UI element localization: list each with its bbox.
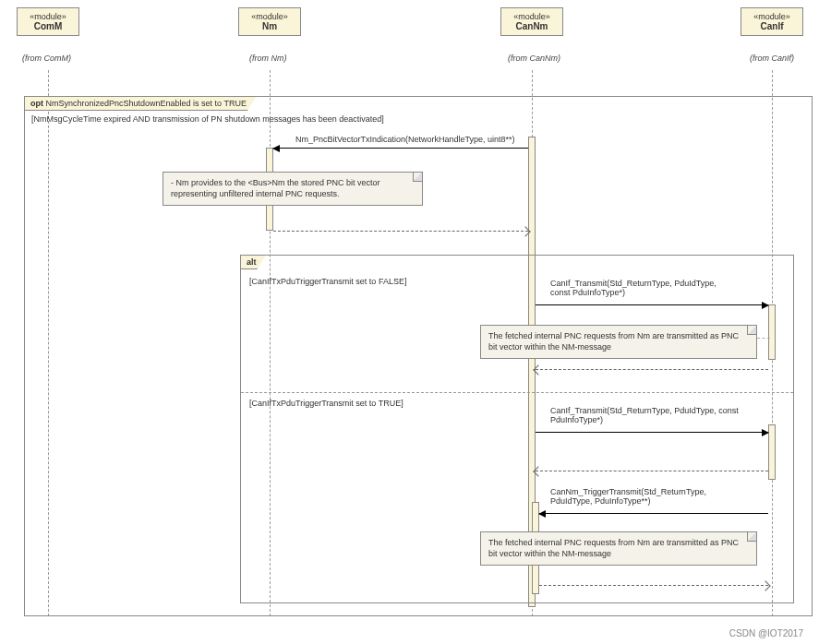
note-fetched-2: The fetched internal PNC requests from N…	[480, 531, 757, 566]
alt-frame-label: alt	[240, 255, 267, 269]
msg-pncbit: Nm_PncBitVectorTxIndication(NetworkHandl…	[295, 135, 515, 144]
note-nm-provides: - Nm provides to the <Bus>Nm the stored …	[163, 172, 423, 206]
arrow-trigger-transmit	[539, 513, 768, 514]
alt-operator: alt	[247, 257, 257, 267]
lifeline-nm: «module» Nm	[238, 7, 301, 36]
note-fetched-1: The fetched internal PNC requests from N…	[480, 325, 757, 359]
arrowhead-icon	[538, 510, 546, 518]
note-fold-icon	[413, 173, 422, 182]
from-label: (from ComM)	[22, 54, 71, 63]
arrow-pncbit	[273, 148, 528, 149]
note-text: The fetched internal PNC requests from N…	[488, 538, 739, 558]
watermark: CSDN @IOT2017	[729, 628, 803, 638]
note-text: - Nm provides to the <Bus>Nm the stored …	[171, 178, 380, 198]
lifeline-name: ComM	[27, 21, 69, 31]
opt-frame-label: opt NmSynchronizedPncShutdownEnabled is …	[24, 96, 257, 111]
stereotype: «module»	[511, 12, 553, 21]
lifeline-cannm: «module» CanNm	[500, 7, 563, 36]
stereotype: «module»	[27, 12, 69, 21]
from-label: (from CanIf)	[750, 54, 794, 63]
alt-guard-true: [CanIfTxPduTriggerTransmit set to TRUE]	[247, 398, 406, 409]
msg-canif-transmit-2: CanIf_Transmit(Std_ReturnType, PduIdType…	[550, 406, 772, 424]
opt-operator: opt	[30, 99, 43, 108]
stereotype: «module»	[248, 12, 291, 21]
arrow-return-2	[536, 369, 768, 370]
arrow-canif-transmit-2	[536, 432, 768, 433]
lifeline-name: CanIf	[751, 21, 793, 31]
from-label: (from CanNm)	[508, 54, 560, 63]
arrow-canif-transmit-1	[536, 304, 768, 305]
lifeline-name: Nm	[248, 21, 291, 31]
arrow-return-4	[539, 585, 768, 586]
from-label: (from Nm)	[249, 54, 287, 63]
note-fold-icon	[747, 326, 756, 335]
note-anchor	[757, 338, 770, 339]
lifeline-canif: «module» CanIf	[741, 7, 803, 36]
stereotype: «module»	[751, 12, 793, 21]
opt-guard: NmSynchronizedPncShutdownEnabled is set …	[46, 99, 247, 108]
note-text: The fetched internal PNC requests from N…	[488, 331, 739, 352]
lifeline-comm: «module» ComM	[17, 7, 79, 36]
lifeline-name: CanNm	[511, 21, 553, 31]
alt-guard-false: [CanIfTxPduTriggerTransmit set to FALSE]	[247, 276, 409, 287]
arrowhead-icon	[272, 145, 280, 152]
msg-trigger-transmit: CanNm_TriggerTransmit(Std_ReturnType, Pd…	[550, 487, 763, 506]
opt-condition: [NmMsgCycleTime expired AND transmission…	[29, 113, 387, 125]
arrow-return-1	[273, 231, 528, 232]
alt-divider	[241, 392, 793, 393]
note-fold-icon	[747, 532, 756, 542]
arrowhead-icon	[762, 429, 769, 436]
msg-canif-transmit-1: CanIf_Transmit(Std_ReturnType, PduIdType…	[550, 279, 763, 297]
arrowhead-icon	[762, 302, 769, 309]
arrow-return-3	[536, 471, 768, 471]
